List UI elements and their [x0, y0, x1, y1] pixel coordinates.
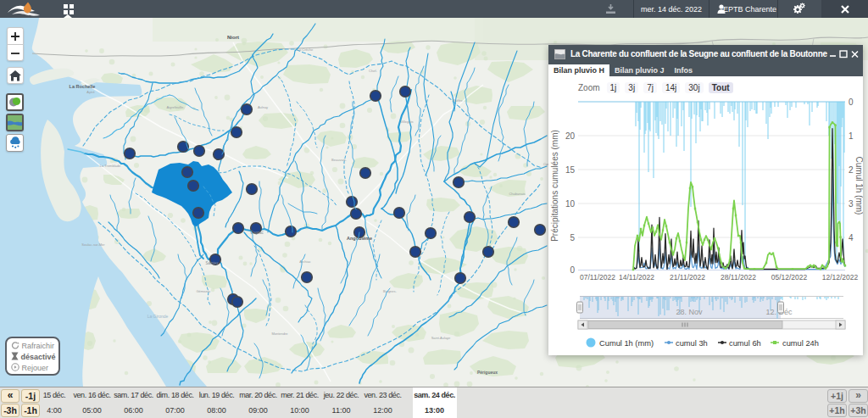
svg-text:0: 0: [849, 98, 854, 107]
svg-text:15: 15: [565, 165, 576, 175]
svg-text:Saintes: Saintes: [205, 261, 219, 265]
svg-text:3: 3: [849, 199, 854, 209]
svg-text:Cumul 1h (mm): Cumul 1h (mm): [599, 339, 654, 348]
svg-text:Beauvais-: Beauvais-: [331, 158, 347, 162]
svg-text:Cumul 1h (mm): Cumul 1h (mm): [854, 157, 863, 215]
svg-text:Chabanais: Chabanais: [509, 192, 525, 196]
svg-text:1: 1: [849, 131, 854, 141]
svg-text:cumul 6h: cumul 6h: [729, 339, 761, 348]
svg-text:Aigrefeuille-: Aigrefeuille-: [166, 105, 185, 109]
svg-text:Baignes-: Baignes-: [383, 289, 397, 293]
svg-text:La Gironde: La Gironde: [147, 314, 169, 319]
svg-text:Chef-: Chef-: [369, 69, 377, 73]
svg-text:28/11/2022: 28/11/2022: [721, 273, 756, 281]
svg-text:07/11/2022: 07/11/2022: [580, 273, 615, 281]
svg-text:Saint-Aulaye: Saint-Aulaye: [431, 336, 451, 340]
svg-text:Aulnay: Aulnay: [258, 105, 268, 109]
svg-text:Angoulême: Angoulême: [347, 236, 372, 241]
svg-text:Gémozac: Gémozac: [196, 289, 210, 293]
svg-text:La Crèche: La Crèche: [298, 47, 314, 52]
svg-text:0: 0: [570, 265, 575, 275]
svg-text:21/11/2022: 21/11/2022: [670, 273, 705, 281]
svg-text:Soulac-sur-Mer: Soulac-sur-Mer: [81, 242, 105, 247]
svg-text:Périgueux: Périgueux: [477, 370, 498, 375]
svg-text:4: 4: [849, 233, 854, 242]
svg-text:cumul 3h: cumul 3h: [676, 339, 708, 348]
svg-text:2: 2: [849, 165, 854, 175]
svg-text:28. Nov: 28. Nov: [676, 308, 703, 316]
svg-text:12/12/2022: 12/12/2022: [822, 273, 859, 281]
svg-text:05/12/2022: 05/12/2022: [771, 273, 808, 281]
svg-text:Précipitations cumulées (mm): Précipitations cumulées (mm): [550, 130, 559, 242]
svg-text:20: 20: [565, 131, 576, 141]
svg-text:10: 10: [565, 199, 576, 209]
svg-text:cumul 24h: cumul 24h: [782, 339, 819, 348]
svg-text:Archiac: Archiac: [299, 259, 310, 264]
svg-text:5: 5: [570, 233, 575, 242]
svg-text:Niort: Niort: [227, 35, 239, 40]
svg-text:La Tremblade: La Tremblade: [100, 164, 121, 168]
svg-text:14/11/2022: 14/11/2022: [619, 273, 654, 281]
svg-text:Ruffec: Ruffec: [453, 98, 463, 103]
svg-text:Aytré: Aytré: [86, 90, 95, 94]
svg-text:Villegats: Villegats: [400, 120, 413, 124]
svg-text:La Rochelle: La Rochelle: [70, 84, 96, 89]
svg-text:Montendre: Montendre: [271, 332, 288, 336]
